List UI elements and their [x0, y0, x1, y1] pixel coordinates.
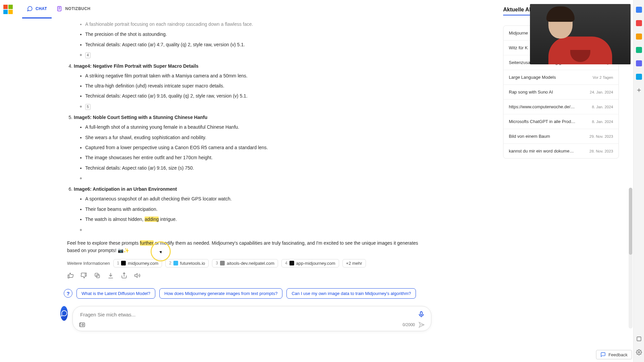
- assistant-message: A fashionable portrait focusing on each …: [54, 20, 439, 331]
- highlighted-word: further: [140, 240, 153, 246]
- send-icon[interactable]: [418, 321, 425, 328]
- tab-chat[interactable]: CHAT: [22, 0, 52, 18]
- strip-icon[interactable]: [636, 47, 642, 53]
- message-actions: [67, 272, 426, 279]
- recent-item[interactable]: kannst du mir ein word dokument ers28. N…: [503, 143, 619, 158]
- image-input-icon[interactable]: [79, 321, 86, 328]
- bullet: [85, 226, 426, 233]
- notebook-icon: [56, 6, 62, 12]
- compose-box: 0/2000: [72, 306, 431, 331]
- list-item: Image4: Negative Film Portrait with Supe…: [74, 63, 426, 110]
- recent-item[interactable]: Bild von einem Baum29. Nov. 2023: [503, 129, 619, 143]
- svg-point-6: [82, 324, 84, 325]
- copy-icon[interactable]: [94, 272, 101, 279]
- recent-title: Aktuelle Akt: [503, 7, 534, 15]
- bullet: A full-length shot of a stunning young f…: [85, 123, 426, 131]
- side-strip: [633, 0, 644, 362]
- scrollbar[interactable]: [629, 188, 633, 328]
- reference-badge[interactable]: 4: [85, 52, 91, 58]
- bullet: 4: [85, 51, 426, 58]
- bullet: Captured from a lower perspective using …: [85, 144, 426, 151]
- suggestion-chip[interactable]: How does Midjourney generate images from…: [159, 288, 282, 299]
- outro-text: Feel free to explore these prompts furth…: [67, 239, 426, 254]
- tab-notebook-label: NOTIZBUCH: [65, 6, 90, 11]
- tab-notebook[interactable]: NOTIZBUCH: [52, 0, 95, 18]
- sources-row: Weitere Informationen 1midjourney.com 2f…: [67, 259, 426, 267]
- bullet: Technical details: Aspect ratio (ar) 9:1…: [85, 92, 426, 100]
- bullet: Their face beams with anticipation.: [85, 205, 426, 213]
- bullet: Technical details: Aspect ratio (ar) 9:1…: [85, 164, 426, 172]
- webcam-overlay: [530, 4, 631, 64]
- thumbs-down-icon[interactable]: [80, 272, 87, 279]
- recent-item[interactable]: Rap song with Suno AI24. Jan. 2024: [503, 84, 619, 99]
- thumbs-up-icon[interactable]: [67, 272, 74, 279]
- source-chip[interactable]: 2futuretools.io: [165, 259, 209, 267]
- recent-item[interactable]: Microsofts ChatGPT in alle Produkte in8.…: [503, 114, 619, 129]
- svg-point-8: [638, 352, 640, 353]
- list-item: Image5: Noble Court Setting with a Stunn…: [74, 115, 426, 182]
- bullet: The ultra-high definition (uhd) reveals …: [85, 82, 426, 89]
- share-icon[interactable]: [121, 272, 127, 279]
- bullet: The precision of the shot is astounding.: [85, 31, 426, 38]
- suggestion-icon: ?: [64, 289, 72, 298]
- reference-badge[interactable]: 5: [85, 104, 91, 110]
- source-more[interactable]: +2 mehr: [342, 259, 366, 267]
- compose-input[interactable]: [79, 310, 418, 319]
- bullet: A spontaneous snapshot of an adult check…: [85, 195, 426, 202]
- bullet: A striking negative film portrait taken …: [85, 72, 426, 79]
- bullet: The image showcases her entire outfit an…: [85, 154, 426, 161]
- microphone-icon[interactable]: [418, 311, 425, 318]
- tab-chat-label: CHAT: [36, 6, 47, 11]
- list-item: A fashionable portrait focusing on each …: [74, 20, 426, 59]
- highlighted-word: adding: [145, 217, 159, 222]
- bullet: She wears a fur shawl, exuding sophistic…: [85, 134, 426, 141]
- read-aloud-icon[interactable]: [134, 272, 141, 279]
- source-chip[interactable]: 3aitools-dev.neilpatel.com: [212, 259, 278, 267]
- list-item: Image6: Anticipation in an Urban Environ…: [74, 186, 426, 233]
- recent-item[interactable]: Large Language ModelsVor 2 Tagen: [503, 70, 619, 84]
- sources-label: Weitere Informationen: [67, 261, 110, 266]
- chat-main: A fashionable portrait focusing on each …: [54, 18, 439, 362]
- recent-item[interactable]: https://www.computerwoche.de/a/mi8. Jan.…: [503, 99, 619, 114]
- item-title: Image6: Anticipation in an Urban Environ…: [74, 186, 177, 192]
- plus-icon[interactable]: [636, 87, 642, 93]
- bullet: [85, 174, 426, 182]
- new-topic-button[interactable]: [60, 306, 68, 321]
- char-counter: 0/2000: [402, 321, 425, 328]
- scrollbar-thumb[interactable]: [629, 188, 632, 255]
- bullet: Technical details: Aspect ratio (ar) 4:7…: [85, 41, 426, 48]
- bullet: The watch is almost hidden, adding intri…: [85, 216, 426, 223]
- feedback-button[interactable]: Feedback: [596, 350, 632, 359]
- source-chip[interactable]: 1midjourney.com: [113, 259, 162, 267]
- source-chip[interactable]: 4app-midjourney.com: [281, 259, 339, 267]
- strip-icon[interactable]: [636, 34, 642, 40]
- strip-icon[interactable]: [636, 74, 642, 80]
- bullet: A fashionable portrait focusing on each …: [85, 20, 426, 28]
- suggestions-row: ? What is the Latent Diffusion Model? Ho…: [64, 288, 426, 299]
- gear-icon[interactable]: [636, 349, 642, 355]
- item-title: Image5: Noble Court Setting with a Stunn…: [74, 115, 207, 120]
- suggestion-chip[interactable]: What is the Latent Diffusion Model?: [76, 288, 155, 299]
- suggestion-chip[interactable]: Can I use my own image data to train Mid…: [286, 288, 416, 299]
- strip-icon[interactable]: [636, 336, 642, 342]
- strip-icon[interactable]: [636, 60, 642, 66]
- svg-rect-7: [637, 337, 641, 341]
- item-title: Image4: Negative Film Portrait with Supe…: [74, 63, 199, 69]
- strip-icon[interactable]: [636, 20, 642, 26]
- bullet: 5: [85, 103, 426, 110]
- compose-area: 0/2000: [60, 306, 426, 331]
- microsoft-logo: [3, 5, 13, 14]
- svg-rect-4: [420, 312, 422, 315]
- chat-icon: [27, 6, 33, 12]
- download-icon[interactable]: [107, 272, 114, 279]
- strip-icon[interactable]: [636, 7, 642, 13]
